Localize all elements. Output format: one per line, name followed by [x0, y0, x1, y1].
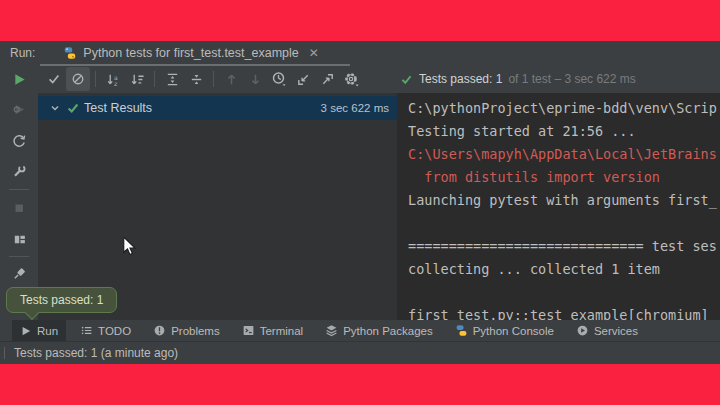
strip-separator — [9, 256, 29, 257]
tooltip-text: Tests passed: 1 — [20, 293, 103, 307]
collapse-all-icon[interactable] — [184, 67, 208, 91]
status-bar: Tests passed: 1 (a minute ago) — [0, 341, 720, 364]
console-line: C:\Users\mapyh\AppData\Local\JetBrains — [408, 143, 720, 166]
toolwindow-label: TODO — [98, 325, 131, 337]
stop-square-icon[interactable] — [7, 196, 31, 220]
tab-title: Python tests for first_test.test_example — [83, 46, 298, 60]
console-line — [408, 281, 720, 304]
toolbar-separator — [154, 71, 155, 87]
svg-text:z: z — [113, 79, 116, 86]
toolwindow-label: Python Console — [473, 325, 554, 337]
run-config-tab[interactable]: Python tests for first_test.test_example… — [57, 41, 324, 65]
console-line — [408, 212, 720, 235]
run-label: Run: — [10, 46, 35, 60]
toolwindow-python-packages[interactable]: Python Packages — [317, 320, 441, 341]
run-window-left-toolbar — [0, 65, 38, 320]
tests-passed-tooltip: Tests passed: 1 — [6, 287, 117, 313]
problems-icon — [153, 324, 166, 337]
toolwindow-terminal[interactable]: Terminal — [234, 320, 311, 341]
toolwindow-services[interactable]: Services — [568, 320, 646, 341]
chevron-down-icon[interactable] — [48, 101, 62, 115]
previous-failed-test-icon[interactable] — [219, 67, 243, 91]
python-logo-icon — [455, 324, 468, 337]
toolwindow-label: Terminal — [260, 325, 303, 337]
toolwindow-todo[interactable]: TODO — [72, 320, 139, 341]
toggle-auto-test-icon[interactable] — [7, 129, 31, 153]
packages-layers-icon — [325, 324, 338, 337]
test-results-root-row[interactable]: Test Results 3 sec 622 ms — [38, 96, 397, 120]
green-check-icon — [400, 73, 413, 86]
green-check-icon — [66, 101, 80, 115]
show-passed-icon[interactable] — [42, 67, 66, 91]
console-line: collecting ... collected 1 item — [408, 258, 720, 281]
summary-detail-text: of 1 test – 3 sec 622 ms — [508, 72, 635, 86]
settings-gear-icon[interactable] — [339, 67, 363, 91]
toolbar-separator — [95, 71, 96, 87]
toolwindow-label: Problems — [171, 325, 220, 337]
play-icon — [20, 325, 32, 337]
run-tool-window: Run: Python tests for first_test.test_ex… — [0, 41, 720, 364]
test-console-output[interactable]: C:\pythonProject\eprime-bdd\venv\Scrip T… — [400, 93, 720, 320]
sort-by-duration-icon[interactable] — [125, 67, 149, 91]
next-failed-test-icon[interactable] — [243, 67, 267, 91]
test-run-summary: Tests passed: 1 of 1 test – 3 sec 622 ms — [400, 65, 636, 93]
show-ignored-icon[interactable] — [66, 67, 90, 91]
rerun-green-play-icon[interactable] — [7, 67, 31, 91]
console-line: from distutils import version — [408, 166, 720, 189]
toolwindow-run[interactable]: Run — [12, 320, 66, 341]
status-divider — [4, 347, 5, 359]
export-test-results-icon[interactable] — [315, 67, 339, 91]
services-icon — [576, 324, 589, 337]
sort-alphabetically-icon[interactable]: az — [101, 67, 125, 91]
run-tab-bar: Run: Python tests for first_test.test_ex… — [0, 41, 720, 65]
test-history-icon[interactable] — [267, 67, 291, 91]
todo-list-icon — [80, 324, 93, 337]
expand-all-icon[interactable] — [160, 67, 184, 91]
mouse-cursor — [122, 237, 138, 257]
test-results-panel: Test Results 3 sec 622 ms — [38, 93, 397, 320]
pin-tab-icon[interactable] — [7, 261, 31, 285]
test-runner-toolbar: az — [38, 65, 720, 93]
console-line: Launching pytest with arguments first_ — [408, 189, 720, 212]
import-test-results-icon[interactable] — [291, 67, 315, 91]
status-message[interactable]: Tests passed: 1 (a minute ago) — [14, 346, 178, 360]
console-line: ============================= test ses — [408, 235, 720, 258]
strip-separator — [9, 189, 29, 190]
toolwindow-problems[interactable]: Problems — [145, 320, 228, 341]
tool-window-bar: Run TODO Problems Terminal Python Packag… — [0, 320, 720, 341]
toolbar-separator — [213, 71, 214, 87]
toolwindow-label: Run — [37, 325, 58, 337]
toolwindow-python-console[interactable]: Python Console — [447, 320, 562, 341]
rerun-failed-tests-icon[interactable] — [7, 97, 31, 121]
toolwindow-label: Services — [594, 325, 638, 337]
pytest-python-icon — [63, 46, 77, 60]
restore-layout-icon[interactable] — [7, 227, 31, 251]
tree-duration: 3 sec 622 ms — [321, 102, 389, 114]
terminal-icon — [242, 324, 255, 337]
close-icon[interactable]: ✕ — [309, 46, 319, 60]
console-line: C:\pythonProject\eprime-bdd\venv\Scrip — [408, 97, 720, 120]
summary-passed-text: Tests passed: 1 — [419, 72, 502, 86]
console-line: Testing started at 21:56 ... — [408, 120, 720, 143]
test-runner-settings-wrench-icon[interactable] — [7, 159, 31, 183]
toolwindow-label: Python Packages — [343, 325, 433, 337]
console-line: first_test.py::test_example[chromium] — [408, 304, 720, 320]
tree-root-label: Test Results — [84, 101, 317, 115]
